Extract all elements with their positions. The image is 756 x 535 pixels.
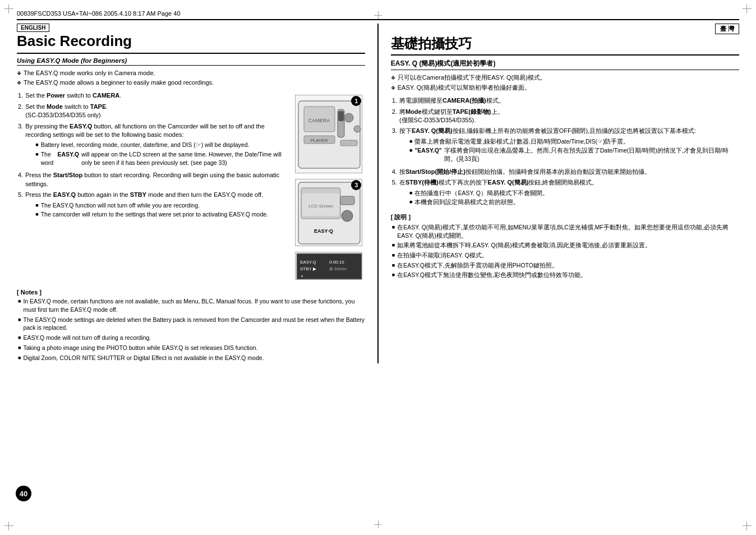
note-zh-4: 在EASY.Q模式下,先解除防手震功能再使用PHOTO鍵拍照。	[392, 261, 739, 270]
svg-text:0:00:10: 0:00:10	[329, 260, 344, 265]
step-1: 1. Set the Power switch to CAMERA.	[18, 91, 287, 100]
svg-point-14	[342, 210, 353, 222]
main-title-en: Basic Recording	[17, 33, 365, 49]
svg-text:LCD Screen: LCD Screen	[308, 204, 333, 209]
camera-images: 1 CAMERA PLAYER	[292, 95, 365, 281]
crosshair-bottom-center	[374, 520, 382, 525]
step-2: 2. Set the Mode switch to TAPE.(SC-D353/…	[18, 103, 287, 120]
subitem: Battery level, recording mode, counter, …	[35, 141, 287, 149]
list-item-zh: 只可以在Camera拍攝模式下使用EASY. Q(簡易)模式。	[391, 73, 739, 82]
notes-list-zh: 在EASY. Q(簡易)模式下,某些功能不可用,如MENU菜單選項,BLC逆光補…	[391, 223, 739, 279]
svg-point-8	[354, 126, 361, 132]
column-divider	[377, 24, 379, 363]
title-underline	[17, 53, 365, 54]
stby-svg: EASY.Q STBY ▶ 0:00:10 ⊞ 60min ▲	[295, 252, 362, 280]
subitem: The camcorder will return to the setting…	[35, 210, 268, 219]
crosshair-bl	[4, 522, 13, 531]
list-item: The EASY.Q mode allows a beginner to eas…	[17, 79, 365, 87]
steps-list-zh: 1. 將電源開關撥至CAMERA(拍攝)模式。 2. 將Mode模式鍵切至TAP…	[391, 96, 739, 209]
subitem-zh: "EASY.Q"字樣將會同時出現在液晶螢幕上。然而,只有在預先設置了Date/T…	[409, 146, 739, 163]
section-heading-zh: EASY. Q (簡易)模式(適用於初學者)	[391, 59, 739, 70]
note-2: The EASY.Q mode settings are deleted whe…	[18, 316, 365, 332]
crosshair-tr	[743, 4, 752, 13]
page-number: 40	[16, 486, 31, 501]
steps-text: 1. Set the Power switch to CAMERA. 2. Se…	[17, 91, 287, 284]
camera-image-1: 1 CAMERA PLAYER	[295, 95, 362, 174]
section-heading-en: Using EASY.Q Mode (for Beginners)	[17, 57, 365, 66]
svg-rect-13	[340, 196, 354, 205]
intro-list: The EASY.Q mode works only in Camera mod…	[17, 69, 365, 87]
main-title-zh: 基礎拍攝技巧	[391, 36, 739, 51]
step5-zh-subitems: 在拍攝進行中（EASY. Q）簡易模式下不會關閉。 本機會回到設定簡易模式之前的…	[409, 189, 598, 206]
step-5: 5. Press the EASY.Q button again in the …	[18, 191, 287, 221]
file-info: 00839FSCD353 USA+TAI~086 2005.4.10 8:17 …	[17, 10, 181, 17]
subitem: The EASY.Q function will not turn off wh…	[35, 201, 268, 210]
crosshair-br	[743, 522, 752, 531]
step-zh-3: 3. 按下EASY. Q(簡易)按鈕,攝錄影機上所有的功能將會被設置OFF(關閉…	[392, 127, 739, 165]
notes-title-zh: [ 說明 ]	[391, 213, 739, 222]
taiwan-label-area: 臺 灣	[391, 24, 739, 35]
camera-image-3: EASY.Q STBY ▶ 0:00:10 ⊞ 60min ▲	[295, 252, 362, 281]
crosshair-top-center	[374, 11, 382, 16]
left-column: ENGLISH Basic Recording Using EASY.Q Mod…	[17, 24, 365, 363]
svg-text:EASY.Q: EASY.Q	[300, 260, 316, 265]
notes-section: [ Notes ] In EASY.Q mode, certain functi…	[17, 289, 365, 362]
notes-list: In EASY.Q mode, certain functions are no…	[17, 297, 365, 362]
note-4: Taking a photo image using the PHOTO but…	[18, 344, 365, 352]
main-columns: ENGLISH Basic Recording Using EASY.Q Mod…	[17, 24, 739, 363]
subitem: The word EASY.Q will appear on the LCD s…	[35, 150, 287, 167]
step-zh-4: 4. 按Start/Stop(開始/停止)按鈕開始拍攝。拍攝時會採用基本的原始自…	[392, 168, 739, 176]
svg-text:▲: ▲	[300, 274, 304, 278]
note-zh-2: 如果將電池組從本機拆下時,EASY. Q(簡易)模式將會被取消,因此更換電池後,…	[392, 241, 739, 250]
note-zh-1: 在EASY. Q(簡易)模式下,某些功能不可用,如MENU菜單選項,BLC逆光補…	[392, 223, 739, 239]
camera-image-2: 3 EASY·Q LCD Screen	[295, 179, 362, 247]
lang-label-box: ENGLISH	[17, 24, 365, 33]
step-zh-2: 2. 將Mode模式鍵切至TAPE(錄影物)上。(僅限SC-D353/D354/…	[392, 108, 739, 125]
intro-list-zh: 只可以在Camera拍攝模式下使用EASY. Q(簡易)模式。 EASY. Q(…	[391, 73, 739, 92]
list-item: The EASY.Q mode works only in Camera mod…	[17, 69, 365, 77]
svg-text:STBY ▶: STBY ▶	[300, 266, 317, 271]
note-zh-3: 在拍攝中不能取消EASY. Q模式。	[392, 251, 739, 260]
taiwan-label: 臺 灣	[715, 24, 739, 34]
lang-label: ENGLISH	[17, 24, 49, 32]
svg-text:EASY·Q: EASY·Q	[314, 228, 333, 234]
step5-subitems: The EASY.Q function will not turn off wh…	[35, 201, 268, 219]
svg-text:⊞ 60min: ⊞ 60min	[329, 266, 347, 271]
camera-svg-1: CAMERA PLAYER	[295, 95, 362, 173]
camera-svg-2: EASY·Q LCD Screen	[295, 179, 362, 246]
steps-with-images: 1. Set the Power switch to CAMERA. 2. Se…	[17, 91, 365, 284]
subitem-zh: 本機會回到設定簡易模式之前的狀態。	[409, 198, 598, 206]
step-zh-1: 1. 將電源開關撥至CAMERA(拍攝)模式。	[392, 96, 739, 105]
note-zh-5: 在EASY.Q模式下無法使用數位變焦,彩色夜間快門或數位特效等功能。	[392, 271, 739, 279]
top-divider	[17, 19, 739, 20]
note-5: Digital Zoom, COLOR NITE SHUTTER or Digi…	[18, 354, 365, 362]
step-4: 4. Press the Start/Stop button to start …	[18, 171, 287, 188]
step-zh-5: 5. 在STBY(待機)模式下再次的按下EASY. Q(簡易)按鈕,終會關閉簡易…	[392, 178, 739, 209]
step3-zh-subitems: 螢幕上將會顯示電池電量,錄影模式,計數器,日期/時間Date/Time,DIS(…	[409, 137, 739, 163]
subitem-zh: 在拍攝進行中（EASY. Q）簡易模式下不會關閉。	[409, 189, 598, 197]
svg-text:CAMERA: CAMERA	[308, 118, 330, 123]
subitem-zh: 螢幕上將會顯示電池電量,錄影模式,計數器,日期/時間Date/Time,DIS(…	[409, 137, 739, 146]
note-1: In EASY.Q mode, certain functions are no…	[18, 297, 365, 313]
step-3: 3. By pressing the EASY.Q button, all fu…	[18, 122, 287, 169]
svg-rect-9	[340, 140, 357, 146]
page: 00839FSCD353 USA+TAI~086 2005.4.10 8:17 …	[0, 0, 756, 535]
step3-subitems: Battery level, recording mode, counter, …	[35, 141, 287, 167]
notes-section-zh: [ 說明 ] 在EASY. Q(簡易)模式下,某些功能不可用,如MENU菜單選項…	[391, 213, 739, 279]
svg-rect-6	[338, 111, 344, 121]
right-column: 臺 灣 基礎拍攝技巧 EASY. Q (簡易)模式(適用於初學者) 只可以在Ca…	[391, 24, 739, 363]
notes-title: [ Notes ]	[17, 289, 365, 296]
crosshair-tl	[4, 4, 13, 13]
title-underline-zh	[391, 54, 739, 56]
svg-text:PLAYER: PLAYER	[311, 138, 328, 143]
svg-point-7	[344, 113, 353, 122]
steps-list: 1. Set the Power switch to CAMERA. 2. Se…	[17, 91, 287, 221]
list-item-zh: EASY. Q(簡易)模式可以幫助初學者拍攝好畫面。	[391, 84, 739, 92]
note-3: EASY.Q mode will not turn off during a r…	[18, 334, 365, 342]
